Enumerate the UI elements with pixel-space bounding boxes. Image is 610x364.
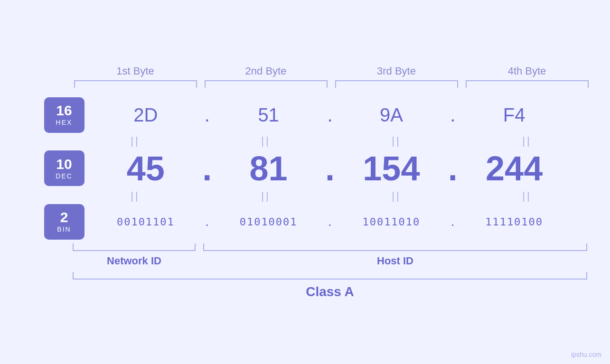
- hex-val-2: 51: [216, 104, 320, 126]
- bin-values-row: 00101101 . 01010001 . 10011010 . 1111010…: [94, 214, 566, 229]
- bracket-2: [205, 80, 328, 88]
- hex-values-row: 2D . 51 . 9A . F4: [94, 104, 566, 126]
- dec-values-row: 45 . 81 . 154 . 244: [94, 149, 566, 188]
- dot-dec-1: .: [197, 149, 216, 188]
- bin-base-label: BIN: [57, 225, 71, 233]
- byte3-header: 3rd Byte: [331, 65, 462, 80]
- eq2-1: ||: [70, 190, 201, 202]
- bin-base-num: 2: [60, 210, 68, 224]
- equals-row-1: || || || ||: [70, 133, 592, 149]
- main-container: 1st Byte 2nd Byte 3rd Byte 4th Byte 16 H…: [44, 65, 566, 299]
- bin-badge: 2 BIN: [44, 204, 84, 240]
- bracket-4: [466, 80, 589, 88]
- eq2-4: ||: [462, 190, 592, 202]
- eq1-3: ||: [331, 135, 462, 147]
- hex-row: 16 HEX 2D . 51 . 9A . F4: [44, 97, 566, 133]
- dot-hex-2: .: [320, 104, 339, 126]
- dec-val-3: 154: [339, 149, 443, 188]
- watermark: ipshu.com: [571, 351, 601, 358]
- bin-val-3: 10011010: [339, 216, 443, 228]
- dot-hex-3: .: [443, 104, 462, 126]
- equals-row-2: || || || ||: [70, 188, 592, 204]
- byte1-header: 1st Byte: [70, 65, 201, 80]
- hex-val-3: 9A: [339, 104, 443, 126]
- byte2-header: 2nd Byte: [201, 65, 331, 80]
- network-id-label: Network ID: [107, 255, 161, 267]
- top-bracket-row: [70, 80, 592, 88]
- dec-base-num: 10: [56, 157, 72, 171]
- dec-base-label: DEC: [56, 172, 73, 180]
- network-bracket: [73, 243, 196, 251]
- host-id-label: Host ID: [377, 255, 413, 267]
- eq2-2: ||: [201, 190, 331, 202]
- hex-base-num: 16: [56, 103, 72, 118]
- bin-row: 2 BIN 00101101 . 01010001 . 10011010 . 1…: [44, 204, 566, 240]
- hex-val-1: 2D: [94, 104, 198, 126]
- dec-badge: 10 DEC: [44, 150, 84, 186]
- dec-val-2: 81: [216, 149, 320, 188]
- eq2-3: ||: [331, 190, 462, 202]
- host-bracket: [203, 243, 587, 251]
- hex-base-label: HEX: [56, 119, 73, 126]
- dec-val-4: 244: [462, 149, 566, 188]
- bracket-3: [335, 80, 458, 88]
- byte4-header: 4th Byte: [462, 65, 592, 80]
- dec-row: 10 DEC 45 . 81 . 154 . 244: [44, 149, 566, 188]
- network-host-brackets: Network ID Host ID: [69, 243, 591, 267]
- bin-val-4: 11110100: [462, 216, 566, 228]
- class-label: Class A: [306, 284, 354, 299]
- eq1-4: ||: [462, 135, 592, 147]
- hex-val-4: F4: [462, 104, 566, 126]
- bin-val-2: 01010001: [216, 216, 320, 228]
- dot-bin-1: .: [197, 214, 216, 229]
- host-id-section: Host ID: [199, 243, 591, 267]
- dot-bin-3: .: [443, 214, 462, 229]
- dot-bin-2: .: [320, 214, 339, 229]
- byte-headers: 1st Byte 2nd Byte 3rd Byte 4th Byte: [70, 65, 592, 80]
- network-id-section: Network ID: [69, 243, 199, 267]
- dot-dec-2: .: [320, 149, 339, 188]
- bin-val-1: 00101101: [94, 216, 198, 228]
- dot-dec-3: .: [443, 149, 462, 188]
- dec-val-1: 45: [94, 149, 198, 188]
- bracket-1: [74, 80, 197, 88]
- eq1-2: ||: [201, 135, 331, 147]
- dot-hex-1: .: [197, 104, 216, 126]
- class-bracket: [73, 272, 587, 280]
- eq1-1: ||: [70, 135, 201, 147]
- hex-badge: 16 HEX: [44, 97, 84, 133]
- class-section: Class A: [69, 272, 591, 299]
